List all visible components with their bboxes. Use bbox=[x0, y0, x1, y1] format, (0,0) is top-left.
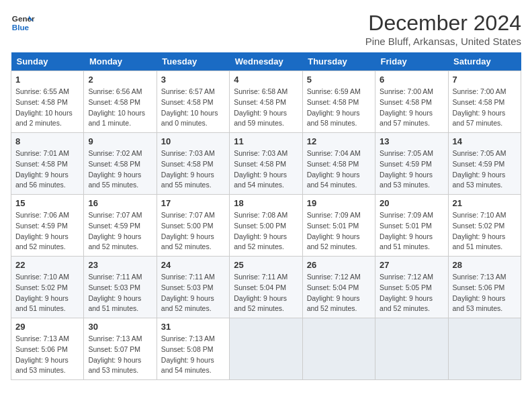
day-info: Sunrise: 7:04 AM Sunset: 4:58 PM Dayligh… bbox=[307, 148, 371, 191]
day-number: 31 bbox=[161, 322, 225, 332]
day-number: 16 bbox=[88, 198, 152, 208]
calendar-cell: 19 Sunrise: 7:09 AM Sunset: 5:01 PM Dayl… bbox=[302, 195, 375, 257]
day-number: 11 bbox=[234, 136, 298, 146]
calendar-cell: 3 Sunrise: 6:57 AM Sunset: 4:58 PM Dayli… bbox=[157, 71, 229, 133]
day-number: 24 bbox=[161, 260, 225, 270]
weekday-header-row: SundayMondayTuesdayWednesdayThursdayFrid… bbox=[11, 52, 521, 71]
calendar-cell: 30 Sunrise: 7:13 AM Sunset: 5:07 PM Dayl… bbox=[84, 318, 157, 380]
day-number: 1 bbox=[15, 75, 79, 85]
day-info: Sunrise: 7:11 AM Sunset: 5:04 PM Dayligh… bbox=[234, 272, 298, 314]
day-number: 29 bbox=[15, 322, 79, 332]
day-number: 12 bbox=[307, 136, 371, 146]
calendar-cell: 28 Sunrise: 7:13 AM Sunset: 5:06 PM Dayl… bbox=[448, 257, 521, 318]
weekday-header-sunday: Sunday bbox=[11, 52, 84, 71]
calendar-cell: 9 Sunrise: 7:02 AM Sunset: 4:58 PM Dayli… bbox=[84, 133, 157, 195]
day-number: 19 bbox=[307, 198, 371, 208]
day-info: Sunrise: 7:10 AM Sunset: 5:02 PM Dayligh… bbox=[15, 272, 79, 314]
day-number: 5 bbox=[307, 75, 371, 85]
day-info: Sunrise: 7:05 AM Sunset: 4:59 PM Dayligh… bbox=[380, 148, 443, 191]
calendar-table: SundayMondayTuesdayWednesdayThursdayFrid… bbox=[11, 52, 521, 380]
day-info: Sunrise: 7:11 AM Sunset: 5:03 PM Dayligh… bbox=[161, 272, 225, 314]
day-number: 3 bbox=[161, 75, 225, 85]
day-number: 4 bbox=[234, 75, 298, 85]
day-number: 13 bbox=[380, 136, 443, 146]
day-number: 21 bbox=[453, 198, 517, 208]
calendar-cell: 8 Sunrise: 7:01 AM Sunset: 4:58 PM Dayli… bbox=[11, 133, 84, 195]
svg-text:Blue: Blue bbox=[12, 23, 30, 32]
weekday-header-monday: Monday bbox=[84, 52, 157, 71]
header: General Blue December 2024 Pine Bluff, A… bbox=[11, 11, 521, 47]
calendar-cell: 7 Sunrise: 7:00 AM Sunset: 4:58 PM Dayli… bbox=[448, 71, 521, 133]
day-info: Sunrise: 7:06 AM Sunset: 4:59 PM Dayligh… bbox=[15, 210, 79, 253]
weekday-header-friday: Friday bbox=[375, 52, 448, 71]
calendar-cell: 29 Sunrise: 7:13 AM Sunset: 5:06 PM Dayl… bbox=[11, 318, 84, 380]
month-title: December 2024 bbox=[365, 11, 521, 36]
calendar-cell: 14 Sunrise: 7:05 AM Sunset: 4:59 PM Dayl… bbox=[448, 133, 521, 195]
day-info: Sunrise: 6:57 AM Sunset: 4:58 PM Dayligh… bbox=[161, 87, 225, 129]
day-number: 9 bbox=[88, 136, 152, 146]
day-number: 23 bbox=[88, 260, 152, 270]
calendar-cell: 15 Sunrise: 7:06 AM Sunset: 4:59 PM Dayl… bbox=[11, 195, 84, 257]
calendar-cell: 24 Sunrise: 7:11 AM Sunset: 5:03 PM Dayl… bbox=[157, 257, 229, 318]
calendar-cell: 4 Sunrise: 6:58 AM Sunset: 4:58 PM Dayli… bbox=[230, 71, 302, 133]
page-container: General Blue December 2024 Pine Bluff, A… bbox=[11, 11, 521, 380]
day-number: 18 bbox=[234, 198, 298, 208]
day-info: Sunrise: 7:01 AM Sunset: 4:58 PM Dayligh… bbox=[15, 148, 79, 191]
calendar-cell: 6 Sunrise: 7:00 AM Sunset: 4:58 PM Dayli… bbox=[375, 71, 448, 133]
day-info: Sunrise: 7:09 AM Sunset: 5:01 PM Dayligh… bbox=[307, 210, 371, 253]
calendar-cell: 25 Sunrise: 7:11 AM Sunset: 5:04 PM Dayl… bbox=[230, 257, 302, 318]
day-number: 2 bbox=[88, 75, 152, 85]
calendar-cell: 12 Sunrise: 7:04 AM Sunset: 4:58 PM Dayl… bbox=[302, 133, 375, 195]
day-info: Sunrise: 7:05 AM Sunset: 4:59 PM Dayligh… bbox=[453, 148, 517, 191]
day-info: Sunrise: 6:55 AM Sunset: 4:58 PM Dayligh… bbox=[15, 87, 79, 129]
day-number: 20 bbox=[380, 198, 443, 208]
day-info: Sunrise: 7:08 AM Sunset: 5:00 PM Dayligh… bbox=[234, 210, 298, 253]
calendar-cell: 11 Sunrise: 7:03 AM Sunset: 4:58 PM Dayl… bbox=[230, 133, 302, 195]
day-info: Sunrise: 7:07 AM Sunset: 5:00 PM Dayligh… bbox=[161, 210, 225, 253]
calendar-cell: 17 Sunrise: 7:07 AM Sunset: 5:00 PM Dayl… bbox=[157, 195, 229, 257]
svg-text:General: General bbox=[12, 14, 35, 23]
day-number: 15 bbox=[15, 198, 79, 208]
day-info: Sunrise: 6:59 AM Sunset: 4:58 PM Dayligh… bbox=[307, 87, 371, 129]
day-info: Sunrise: 7:12 AM Sunset: 5:04 PM Dayligh… bbox=[307, 272, 371, 314]
day-number: 8 bbox=[15, 136, 79, 146]
calendar-cell: 27 Sunrise: 7:12 AM Sunset: 5:05 PM Dayl… bbox=[375, 257, 448, 318]
day-number: 14 bbox=[453, 136, 517, 146]
weekday-header-tuesday: Tuesday bbox=[157, 52, 229, 71]
calendar-cell bbox=[448, 318, 521, 380]
day-number: 10 bbox=[161, 136, 225, 146]
calendar-cell bbox=[375, 318, 448, 380]
day-info: Sunrise: 6:56 AM Sunset: 4:58 PM Dayligh… bbox=[88, 87, 152, 129]
day-info: Sunrise: 7:13 AM Sunset: 5:08 PM Dayligh… bbox=[161, 334, 225, 376]
day-info: Sunrise: 7:03 AM Sunset: 4:58 PM Dayligh… bbox=[161, 148, 225, 191]
calendar-week-4: 22 Sunrise: 7:10 AM Sunset: 5:02 PM Dayl… bbox=[11, 257, 521, 318]
day-number: 28 bbox=[453, 260, 517, 270]
calendar-cell: 31 Sunrise: 7:13 AM Sunset: 5:08 PM Dayl… bbox=[157, 318, 229, 380]
calendar-cell: 20 Sunrise: 7:09 AM Sunset: 5:01 PM Dayl… bbox=[375, 195, 448, 257]
calendar-cell: 1 Sunrise: 6:55 AM Sunset: 4:58 PM Dayli… bbox=[11, 71, 84, 133]
calendar-cell: 10 Sunrise: 7:03 AM Sunset: 4:58 PM Dayl… bbox=[157, 133, 229, 195]
logo: General Blue bbox=[11, 11, 35, 35]
day-info: Sunrise: 7:00 AM Sunset: 4:58 PM Dayligh… bbox=[453, 87, 517, 129]
day-number: 22 bbox=[15, 260, 79, 270]
day-info: Sunrise: 7:13 AM Sunset: 5:06 PM Dayligh… bbox=[453, 272, 517, 314]
day-info: Sunrise: 7:00 AM Sunset: 4:58 PM Dayligh… bbox=[380, 87, 443, 129]
calendar-cell: 18 Sunrise: 7:08 AM Sunset: 5:00 PM Dayl… bbox=[230, 195, 302, 257]
calendar-cell: 23 Sunrise: 7:11 AM Sunset: 5:03 PM Dayl… bbox=[84, 257, 157, 318]
day-info: Sunrise: 7:13 AM Sunset: 5:07 PM Dayligh… bbox=[88, 334, 152, 376]
calendar-week-1: 1 Sunrise: 6:55 AM Sunset: 4:58 PM Dayli… bbox=[11, 71, 521, 133]
weekday-header-wednesday: Wednesday bbox=[230, 52, 302, 71]
day-info: Sunrise: 6:58 AM Sunset: 4:58 PM Dayligh… bbox=[234, 87, 298, 129]
day-number: 7 bbox=[453, 75, 517, 85]
calendar-cell: 5 Sunrise: 6:59 AM Sunset: 4:58 PM Dayli… bbox=[302, 71, 375, 133]
day-info: Sunrise: 7:13 AM Sunset: 5:06 PM Dayligh… bbox=[15, 334, 79, 376]
day-number: 17 bbox=[161, 198, 225, 208]
day-info: Sunrise: 7:10 AM Sunset: 5:02 PM Dayligh… bbox=[453, 210, 517, 253]
calendar-cell: 13 Sunrise: 7:05 AM Sunset: 4:59 PM Dayl… bbox=[375, 133, 448, 195]
day-info: Sunrise: 7:07 AM Sunset: 4:59 PM Dayligh… bbox=[88, 210, 152, 253]
weekday-header-saturday: Saturday bbox=[448, 52, 521, 71]
calendar-cell: 21 Sunrise: 7:10 AM Sunset: 5:02 PM Dayl… bbox=[448, 195, 521, 257]
calendar-week-3: 15 Sunrise: 7:06 AM Sunset: 4:59 PM Dayl… bbox=[11, 195, 521, 257]
day-number: 26 bbox=[307, 260, 371, 270]
calendar-cell bbox=[302, 318, 375, 380]
